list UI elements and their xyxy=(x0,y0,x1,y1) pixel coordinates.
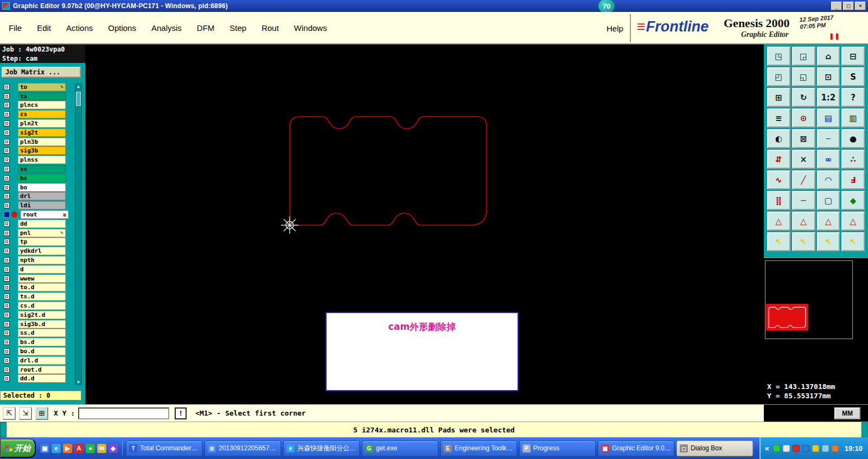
layer-row[interactable]: pnl ✎ xyxy=(0,228,74,238)
layer-row[interactable]: plnss xyxy=(0,155,74,164)
layer-color-bar[interactable]: ts xyxy=(18,92,66,100)
text-angle-icon[interactable]: △ xyxy=(817,212,840,231)
task-button[interactable]: G get.exe xyxy=(362,441,438,456)
layer-row[interactable]: to.d xyxy=(0,283,74,292)
layer-color-bar[interactable]: bo.d xyxy=(18,347,66,355)
layer-visibility-checkbox[interactable] xyxy=(4,111,10,117)
scroll-up-icon[interactable]: ▲ xyxy=(76,84,81,89)
layer-color-bar[interactable]: pln3b xyxy=(18,138,66,146)
maximize-button[interactable]: □ xyxy=(843,2,854,10)
exclamation-button[interactable]: ! xyxy=(175,407,187,419)
swap-layers-icon[interactable]: ⇵ xyxy=(767,150,790,169)
green-app-icon[interactable]: ● xyxy=(86,444,95,453)
layer-visibility-checkbox[interactable] xyxy=(4,120,10,126)
diag-arrow-icon-2[interactable]: ⇲ xyxy=(19,407,32,420)
probe-target-icon[interactable]: ⊙ xyxy=(792,109,815,127)
layer-visibility-checkbox[interactable] xyxy=(4,358,10,364)
tray-orange-icon[interactable] xyxy=(832,445,839,452)
shapes-icon[interactable]: ◆ xyxy=(841,191,865,210)
pan-right-icon[interactable]: ◱ xyxy=(792,67,815,86)
close-button[interactable]: × xyxy=(855,2,866,10)
layer-visibility-checkbox[interactable] xyxy=(4,166,10,172)
layer-row[interactable]: npth xyxy=(0,256,74,265)
delete-x-icon[interactable]: × xyxy=(792,150,815,169)
task-button[interactable]: ≣ 2013091220565737... xyxy=(205,441,281,456)
text-scale-icon[interactable]: △ xyxy=(841,212,865,231)
menu-item[interactable]: Edit xyxy=(37,23,51,33)
tray-yellow-icon[interactable] xyxy=(812,445,819,452)
help-icon[interactable]: ? xyxy=(841,88,865,107)
move-frame-icon[interactable]: ▢ xyxy=(817,191,840,210)
layer-color-bar[interactable]: to.d xyxy=(18,283,66,291)
layer-row[interactable]: bs.d xyxy=(0,337,74,347)
layer-color-bar[interactable]: dd.d xyxy=(18,374,66,382)
tray-white-icon[interactable] xyxy=(783,445,790,452)
screen-paste-icon[interactable]: ◲ xyxy=(792,47,815,66)
layer-visibility-checkbox[interactable] xyxy=(4,193,10,199)
grid-toggle-icon[interactable]: ⊞ xyxy=(35,407,48,420)
layer-visibility-checkbox[interactable] xyxy=(4,230,10,236)
layer-visibility-checkbox[interactable] xyxy=(4,184,10,190)
menu-item[interactable]: File xyxy=(9,23,22,33)
layer-row[interactable]: rout ⊞ xyxy=(0,210,74,219)
layer-color-bar[interactable]: sig2t.d xyxy=(18,311,66,319)
layer-color-bar[interactable]: sig3b xyxy=(18,146,66,155)
menu-item-help[interactable]: Help xyxy=(607,24,623,33)
link-pads-icon[interactable]: ∞ xyxy=(817,150,840,169)
layer-color-bar[interactable]: npth xyxy=(18,256,66,264)
layer-visibility-checkbox[interactable] xyxy=(4,202,10,208)
spline-icon[interactable]: S xyxy=(841,67,865,86)
task-button[interactable]: T Total Commander 7.... xyxy=(126,441,202,456)
tray-green-icon[interactable] xyxy=(773,445,780,452)
layer-row[interactable]: ydkdrl xyxy=(0,246,74,256)
layer-color-bar[interactable]: drl xyxy=(18,192,66,200)
menu-item[interactable]: Windows xyxy=(294,23,327,33)
layer-row[interactable]: wwew xyxy=(0,274,74,283)
layer-visibility-checkbox[interactable] xyxy=(4,239,10,245)
start-button[interactable]: 开始 xyxy=(0,438,36,458)
layer-color-bar[interactable]: cs xyxy=(18,110,66,118)
ruler-icon[interactable]: ┄ xyxy=(817,129,840,148)
red-dash-icon[interactable]: ─ xyxy=(792,191,815,210)
layer-visibility-checkbox[interactable] xyxy=(4,248,10,254)
layer-row[interactable]: bo xyxy=(0,183,74,192)
tray-cyan-icon[interactable] xyxy=(822,445,829,452)
draw-line-icon[interactable]: ╱ xyxy=(792,170,815,189)
menu-item[interactable]: Rout xyxy=(261,23,279,33)
layer-color-bar[interactable]: tp xyxy=(18,238,66,246)
layer-row[interactable]: sig3b.d xyxy=(0,320,74,329)
flip-f-icon[interactable]: Ⅎ xyxy=(841,170,865,189)
zoom-window-icon[interactable]: ⊡ xyxy=(817,67,840,86)
layer-row[interactable]: cs.d xyxy=(0,301,74,310)
layer-color-bar[interactable]: d xyxy=(18,265,66,273)
zigzag-line-icon[interactable]: ∿ xyxy=(767,170,790,189)
layer-color-bar[interactable]: plncs xyxy=(18,101,66,109)
layer-row[interactable]: sig3b xyxy=(0,146,74,156)
media-player-icon[interactable]: ▶ xyxy=(63,444,72,453)
layer-color-bar[interactable]: ss.d xyxy=(18,329,66,337)
layer-visibility-checkbox[interactable] xyxy=(4,375,10,381)
layer-visibility-checkbox[interactable] xyxy=(4,367,10,373)
select-arrow-icon[interactable]: ↖ xyxy=(767,232,790,251)
layer-row[interactable]: ts xyxy=(0,92,74,101)
layer-visibility-checkbox[interactable] xyxy=(4,330,10,336)
ie-icon[interactable]: e xyxy=(52,444,61,453)
task-button[interactable]: P Progress xyxy=(519,441,596,456)
settings-sliders-icon[interactable]: ≡ xyxy=(767,109,790,127)
message-dialog[interactable]: cam外形删除掉 xyxy=(326,312,519,391)
layer-row[interactable]: dd.d xyxy=(0,374,74,384)
layer-visibility-checkbox[interactable] xyxy=(4,276,10,282)
select-dots-icon[interactable]: ↖ xyxy=(841,232,865,251)
tray-expand-icon[interactable]: « xyxy=(765,444,769,452)
layer-row[interactable]: sig2t xyxy=(0,128,74,137)
layer-row[interactable]: rout.d xyxy=(0,365,74,374)
tray-blue-icon[interactable] xyxy=(802,445,809,452)
layer-visibility-checkbox[interactable] xyxy=(4,221,10,227)
copy-page-icon[interactable]: ⊠ xyxy=(792,129,815,148)
layer-color-bar[interactable]: dd xyxy=(18,220,66,228)
layer-color-bar[interactable]: bo xyxy=(18,183,66,192)
layer-row[interactable]: pln3b xyxy=(0,137,74,146)
layer-visibility-checkbox[interactable] xyxy=(4,348,10,354)
layer-row[interactable]: bo.d xyxy=(0,347,74,356)
scroll-thumb[interactable] xyxy=(76,92,81,106)
